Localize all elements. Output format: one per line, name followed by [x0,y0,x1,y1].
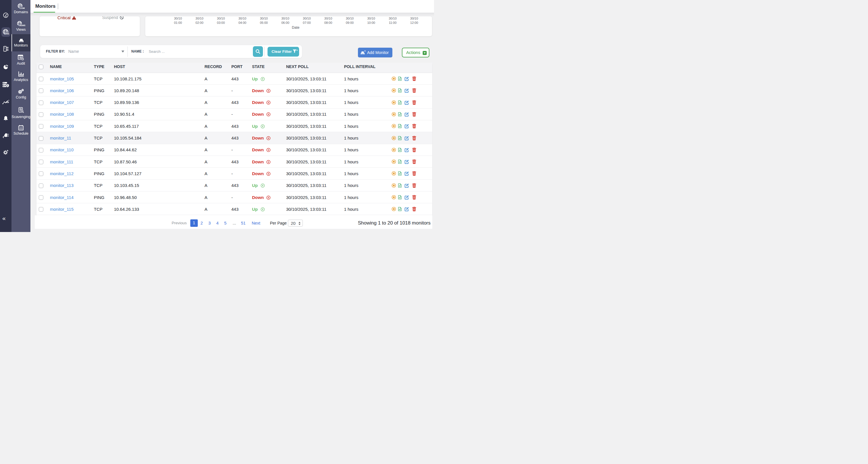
svg-text:COM: COM [20,7,25,9]
svg-text:VIEWS: VIEWS [19,24,25,27]
svg-text:DNS: DNS [5,33,9,35]
svg-text:+: + [364,50,366,53]
svg-text:x: x [297,49,298,52]
